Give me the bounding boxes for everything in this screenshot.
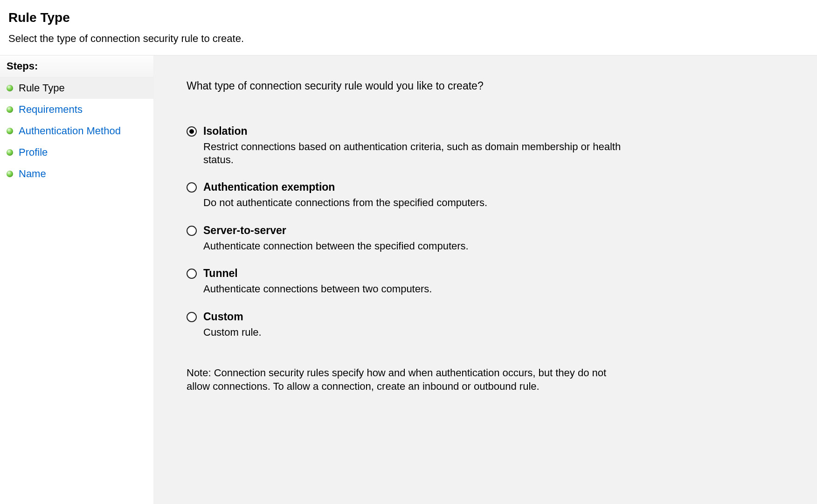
bullet-icon: [7, 85, 13, 91]
step-requirements[interactable]: Requirements: [0, 99, 153, 120]
option-desc: Custom rule.: [203, 326, 262, 339]
option-desc: Authenticate connections between two com…: [203, 283, 432, 296]
step-label: Requirements: [19, 104, 147, 116]
option-text: Custom Custom rule.: [203, 311, 262, 339]
step-label: Authentication Method: [19, 125, 147, 137]
step-label: Profile: [19, 146, 147, 159]
option-text: Authentication exemption Do not authenti…: [203, 181, 487, 209]
option-custom[interactable]: Custom Custom rule.: [187, 311, 784, 339]
bullet-icon: [7, 106, 13, 113]
step-label: Name: [19, 168, 147, 180]
radio-icon[interactable]: [187, 126, 197, 137]
main-panel: What type of connection security rule wo…: [154, 55, 817, 504]
steps-sidebar: Steps: Rule Type Requirements Authentica…: [0, 55, 154, 504]
step-name[interactable]: Name: [0, 163, 153, 185]
step-label: Rule Type: [19, 82, 147, 94]
option-text: Isolation Restrict connections based on …: [203, 125, 623, 166]
option-title: Authentication exemption: [203, 181, 487, 193]
steps-heading: Steps:: [0, 55, 153, 77]
option-server-to-server[interactable]: Server-to-server Authenticate connection…: [187, 224, 784, 253]
option-text: Server-to-server Authenticate connection…: [203, 224, 469, 253]
radio-icon[interactable]: [187, 269, 197, 279]
radio-icon[interactable]: [187, 182, 197, 193]
option-title: Isolation: [203, 125, 623, 138]
radio-icon[interactable]: [187, 312, 197, 322]
steps-list: Rule Type Requirements Authentication Me…: [0, 77, 153, 185]
step-rule-type[interactable]: Rule Type: [0, 77, 153, 99]
step-authentication-method[interactable]: Authentication Method: [0, 120, 153, 142]
note-text: Note: Connection security rules specify …: [187, 366, 630, 393]
option-desc: Authenticate connection between the spec…: [203, 240, 469, 253]
bullet-icon: [7, 149, 13, 156]
option-title: Custom: [203, 311, 262, 323]
step-profile[interactable]: Profile: [0, 142, 153, 163]
wizard-body: Steps: Rule Type Requirements Authentica…: [0, 55, 817, 504]
options-group: Isolation Restrict connections based on …: [187, 125, 784, 338]
option-desc: Restrict connections based on authentica…: [203, 140, 623, 166]
option-isolation[interactable]: Isolation Restrict connections based on …: [187, 125, 784, 166]
question-text: What type of connection security rule wo…: [187, 80, 784, 92]
bullet-icon: [7, 171, 13, 177]
option-text: Tunnel Authenticate connections between …: [203, 267, 432, 296]
option-authentication-exemption[interactable]: Authentication exemption Do not authenti…: [187, 181, 784, 209]
bullet-icon: [7, 128, 13, 134]
option-desc: Do not authenticate connections from the…: [203, 196, 487, 209]
option-title: Server-to-server: [203, 224, 469, 237]
radio-icon[interactable]: [187, 226, 197, 236]
wizard-root: Rule Type Select the type of connection …: [0, 0, 817, 504]
option-title: Tunnel: [203, 267, 432, 280]
option-tunnel[interactable]: Tunnel Authenticate connections between …: [187, 267, 784, 296]
wizard-header: Rule Type Select the type of connection …: [0, 0, 817, 55]
page-title: Rule Type: [8, 10, 809, 25]
page-subtitle: Select the type of connection security r…: [8, 33, 809, 45]
